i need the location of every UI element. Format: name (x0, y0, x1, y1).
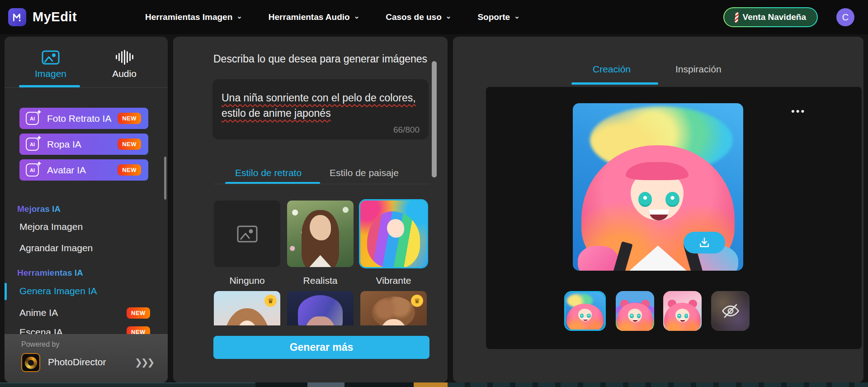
new-badge: NEW (127, 307, 150, 319)
tab-estilo-retrato[interactable]: Estilo de retrato (235, 167, 302, 178)
brand-title[interactable]: MyEdit (33, 10, 77, 24)
tab-estilo-paisaje[interactable]: Estilo de paisaje (330, 167, 399, 178)
chevron-down-icon: ⌄ (354, 12, 360, 20)
strip-segment (448, 382, 868, 387)
premium-crown-icon: ♛ (264, 295, 277, 307)
style-card-ninguno[interactable] (214, 201, 280, 267)
bottom-edge-strip (0, 382, 868, 387)
style-label-realista: Realista (287, 275, 354, 286)
powered-by-label: Powered by (21, 340, 60, 349)
prompt-text-line2: estilo de anime japonés (222, 105, 420, 121)
section-title-herramientas-ia: Herramientas IA (17, 268, 83, 278)
ai-photo-icon: AI✦ (26, 112, 39, 125)
ai-photo-icon: AI✦ (26, 138, 39, 151)
strip-segment (0, 382, 255, 387)
audio-waveform-icon (88, 47, 160, 65)
generate-more-button[interactable]: Generar más (213, 336, 429, 359)
strip-segment (414, 382, 448, 387)
avatar-ia-button[interactable]: AI✦ Avatar IA NEW (19, 159, 148, 181)
ropa-ia-button[interactable]: AI✦ Ropa IA NEW (19, 134, 148, 155)
sparkle-icon: ✦ (37, 134, 42, 141)
style-card-premium-2[interactable] (287, 291, 354, 325)
nav-soporte[interactable]: Soporte ⌄ (477, 12, 519, 22)
prompt-panel: Describa lo que desea para generar imáge… (173, 37, 448, 382)
style-card-realista[interactable] (287, 201, 354, 267)
new-badge: NEW (118, 139, 141, 150)
prompt-textarea[interactable]: Una niña sonriente con el pelo de colore… (212, 79, 429, 139)
triple-chevron-icon: ❯❯❯ (135, 357, 153, 368)
result-thumbnail-hidden[interactable] (711, 291, 750, 331)
nav-herramientas-imagen[interactable]: Herramientas Imagen ⌄ (145, 12, 242, 22)
myedit-logo-icon[interactable] (8, 8, 26, 26)
christmas-sale-button[interactable]: Venta Navideña (723, 7, 818, 27)
active-tab-indicator (571, 82, 658, 85)
result-thumbnail-1[interactable] (564, 291, 606, 331)
style-row-2: ♛ ♛ (213, 291, 429, 325)
style-label-vibrante: Vibrante (360, 275, 427, 286)
style-card-vibrante[interactable] (360, 201, 427, 267)
download-button[interactable] (684, 232, 725, 253)
new-badge: NEW (118, 164, 141, 176)
nav-herramientas-audio[interactable]: Herramientas Audio ⌄ (269, 12, 359, 22)
section-title-mejoras-ia: Mejoras IA (17, 204, 61, 214)
sidebar-scrollbar[interactable] (164, 157, 166, 200)
photodirector-icon (21, 353, 40, 372)
strip-segment (307, 382, 344, 387)
vibrante-style-art (360, 201, 427, 267)
style-card-premium-3[interactable]: ♛ (360, 291, 427, 325)
thumbnail-art (616, 291, 654, 331)
top-navbar: MyEdit Herramientas Imagen ⌄ Herramienta… (0, 0, 868, 34)
chevron-down-icon: ⌄ (514, 12, 520, 20)
prompt-text-line1: Una niña sonriente con el pelo de colore… (222, 90, 420, 105)
main-nav: Herramientas Imagen ⌄ Herramientas Audio… (145, 0, 520, 34)
chevron-down-icon: ⌄ (446, 12, 452, 20)
image-icon (14, 47, 87, 65)
sidebar-tab-audio[interactable]: Audio (88, 47, 160, 79)
sidebar-item-anime-ia[interactable]: Anime IA (19, 307, 58, 318)
tab-creacion[interactable]: Creación (593, 64, 631, 75)
sidebar-item-genera-imagen-ia[interactable]: Genera Imagen IA (19, 286, 97, 296)
chevron-down-icon: ⌄ (236, 12, 242, 20)
more-options-icon[interactable]: ••• (791, 105, 806, 117)
image-placeholder-icon (214, 201, 280, 267)
prompt-heading: Describa lo que desea para generar imáge… (213, 53, 427, 65)
style-card-premium-1[interactable]: ♛ (214, 291, 280, 325)
foto-retrato-ia-button[interactable]: AI✦ Foto Retrato IA NEW (19, 108, 148, 129)
sidebar-tab-imagen[interactable]: Imagen (14, 47, 87, 79)
char-counter: 66/800 (393, 125, 420, 135)
download-icon (698, 236, 711, 249)
candy-cane-icon (734, 12, 738, 23)
new-badge: NEW (118, 113, 141, 124)
sidebar-item-mejora-imagen[interactable]: Mejora Imagen (19, 221, 83, 232)
eye-off-icon (711, 291, 750, 331)
tab-inspiracion[interactable]: Inspiración (675, 64, 722, 75)
panel-scrollbar[interactable] (432, 61, 437, 177)
left-sidebar: Imagen Audio AI✦ Foto Retrato IA NEW AI✦… (5, 37, 168, 382)
ai-photo-icon: AI✦ (26, 163, 39, 177)
thumbnail-art (566, 292, 604, 330)
realista-style-art (287, 201, 354, 267)
user-avatar[interactable]: C (836, 8, 854, 26)
powered-by-footer[interactable]: Powered by PhotoDirector ❯❯❯ (5, 334, 168, 382)
neon-man-style-art (287, 291, 354, 325)
sparkle-icon: ✦ (37, 160, 42, 167)
nav-casos-de-uso[interactable]: Casos de uso ⌄ (386, 12, 451, 22)
result-thumbnail-3[interactable] (663, 291, 702, 331)
result-thumbnail-2[interactable] (616, 291, 654, 331)
thumbnail-art (663, 291, 702, 331)
divider (5, 87, 168, 88)
premium-crown-icon: ♛ (411, 295, 423, 307)
active-item-indicator (5, 283, 7, 300)
divider (213, 184, 429, 184)
photodirector-label: PhotoDirector (48, 357, 106, 368)
style-label-ninguno: Ninguno (214, 275, 280, 286)
sidebar-item-agrandar-imagen[interactable]: Agrandar Imagen (19, 243, 93, 253)
result-panel: Creación Inspiración ••• (453, 37, 863, 382)
sparkle-icon: ✦ (37, 109, 42, 115)
